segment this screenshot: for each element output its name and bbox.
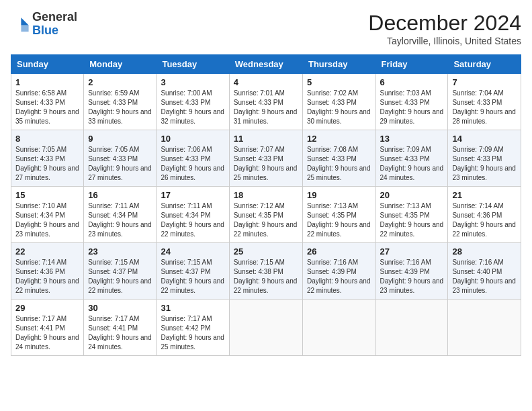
day-number: 29 — [15, 303, 79, 313]
col-monday: Monday — [84, 55, 157, 74]
month-title: December 2024 — [368, 11, 521, 36]
svg-marker-0 — [21, 17, 28, 25]
table-row: 28 Sunrise: 7:16 AM Sunset: 4:40 PM Dayl… — [448, 243, 521, 300]
day-info: Sunrise: 7:14 AM Sunset: 4:36 PM Dayligh… — [15, 258, 79, 295]
table-row: 8 Sunrise: 7:05 AM Sunset: 4:33 PM Dayli… — [11, 130, 84, 187]
day-info: Sunrise: 7:01 AM Sunset: 4:33 PM Dayligh… — [234, 89, 298, 126]
day-number: 14 — [452, 134, 517, 144]
table-row: 24 Sunrise: 7:15 AM Sunset: 4:37 PM Dayl… — [157, 243, 229, 300]
table-row — [448, 300, 521, 356]
day-info: Sunrise: 7:15 AM Sunset: 4:38 PM Dayligh… — [234, 258, 298, 295]
day-info: Sunrise: 7:12 AM Sunset: 4:35 PM Dayligh… — [234, 201, 298, 239]
table-row — [302, 300, 375, 356]
table-row: 13 Sunrise: 7:09 AM Sunset: 4:33 PM Dayl… — [375, 130, 448, 187]
calendar-week-5: 29 Sunrise: 7:17 AM Sunset: 4:41 PM Dayl… — [11, 300, 521, 356]
day-number: 12 — [307, 134, 371, 144]
day-number: 8 — [15, 134, 79, 144]
day-number: 10 — [161, 134, 224, 144]
day-info: Sunrise: 7:14 AM Sunset: 4:36 PM Dayligh… — [452, 201, 517, 239]
day-info: Sunrise: 6:59 AM Sunset: 4:33 PM Dayligh… — [88, 89, 152, 126]
table-row: 11 Sunrise: 7:07 AM Sunset: 4:33 PM Dayl… — [229, 130, 302, 187]
day-number: 16 — [88, 190, 152, 200]
day-number: 19 — [307, 190, 371, 200]
table-row: 1 Sunrise: 6:58 AM Sunset: 4:33 PM Dayli… — [11, 74, 84, 130]
day-number: 25 — [234, 246, 298, 257]
day-info: Sunrise: 7:08 AM Sunset: 4:33 PM Dayligh… — [307, 145, 371, 183]
table-row: 6 Sunrise: 7:03 AM Sunset: 4:33 PM Dayli… — [375, 74, 448, 130]
day-number: 17 — [161, 190, 224, 200]
day-info: Sunrise: 7:17 AM Sunset: 4:41 PM Dayligh… — [88, 314, 152, 352]
logo-icon — [11, 15, 30, 34]
table-row: 5 Sunrise: 7:02 AM Sunset: 4:33 PM Dayli… — [302, 74, 375, 130]
day-number: 3 — [161, 77, 224, 87]
table-row — [375, 300, 448, 356]
table-row: 22 Sunrise: 7:14 AM Sunset: 4:36 PM Dayl… — [11, 243, 84, 300]
calendar-header-row: Sunday Monday Tuesday Wednesday Thursday… — [11, 55, 521, 74]
logo-text: General Blue — [32, 11, 77, 38]
svg-marker-1 — [21, 25, 28, 32]
table-row: 12 Sunrise: 7:08 AM Sunset: 4:33 PM Dayl… — [302, 130, 375, 187]
table-row: 16 Sunrise: 7:11 AM Sunset: 4:34 PM Dayl… — [84, 187, 157, 243]
calendar-week-1: 1 Sunrise: 6:58 AM Sunset: 4:33 PM Dayli… — [11, 74, 521, 130]
table-row: 10 Sunrise: 7:06 AM Sunset: 4:33 PM Dayl… — [157, 130, 229, 187]
table-row: 4 Sunrise: 7:01 AM Sunset: 4:33 PM Dayli… — [229, 74, 302, 130]
day-number: 26 — [307, 246, 371, 257]
day-info: Sunrise: 7:16 AM Sunset: 4:39 PM Dayligh… — [380, 258, 444, 295]
table-row: 9 Sunrise: 7:05 AM Sunset: 4:33 PM Dayli… — [84, 130, 157, 187]
day-number: 21 — [452, 190, 517, 200]
day-info: Sunrise: 7:09 AM Sunset: 4:33 PM Dayligh… — [380, 145, 444, 183]
table-row: 27 Sunrise: 7:16 AM Sunset: 4:39 PM Dayl… — [375, 243, 448, 300]
day-info: Sunrise: 7:11 AM Sunset: 4:34 PM Dayligh… — [161, 201, 224, 239]
day-info: Sunrise: 7:11 AM Sunset: 4:34 PM Dayligh… — [88, 201, 152, 239]
table-row: 14 Sunrise: 7:09 AM Sunset: 4:33 PM Dayl… — [448, 130, 521, 187]
day-number: 23 — [88, 246, 152, 257]
table-row: 18 Sunrise: 7:12 AM Sunset: 4:35 PM Dayl… — [229, 187, 302, 243]
day-info: Sunrise: 7:03 AM Sunset: 4:33 PM Dayligh… — [380, 89, 444, 126]
day-number: 22 — [15, 246, 79, 257]
day-info: Sunrise: 7:07 AM Sunset: 4:33 PM Dayligh… — [234, 145, 298, 183]
table-row: 15 Sunrise: 7:10 AM Sunset: 4:34 PM Dayl… — [11, 187, 84, 243]
table-row: 20 Sunrise: 7:13 AM Sunset: 4:35 PM Dayl… — [375, 187, 448, 243]
day-number: 1 — [15, 77, 79, 87]
table-row: 3 Sunrise: 7:00 AM Sunset: 4:33 PM Dayli… — [157, 74, 229, 130]
location: Taylorville, Illinois, United States — [368, 36, 521, 46]
day-number: 30 — [88, 303, 152, 313]
table-row: 25 Sunrise: 7:15 AM Sunset: 4:38 PM Dayl… — [229, 243, 302, 300]
table-row: 2 Sunrise: 6:59 AM Sunset: 4:33 PM Dayli… — [84, 74, 157, 130]
day-info: Sunrise: 7:05 AM Sunset: 4:33 PM Dayligh… — [88, 145, 152, 183]
table-row: 30 Sunrise: 7:17 AM Sunset: 4:41 PM Dayl… — [84, 300, 157, 356]
title-block: December 2024 Taylorville, Illinois, Uni… — [368, 11, 521, 46]
day-info: Sunrise: 7:02 AM Sunset: 4:33 PM Dayligh… — [307, 89, 371, 126]
day-info: Sunrise: 7:15 AM Sunset: 4:37 PM Dayligh… — [161, 258, 224, 295]
table-row: 26 Sunrise: 7:16 AM Sunset: 4:39 PM Dayl… — [302, 243, 375, 300]
day-info: Sunrise: 7:13 AM Sunset: 4:35 PM Dayligh… — [380, 201, 444, 239]
col-saturday: Saturday — [448, 55, 521, 74]
day-info: Sunrise: 6:58 AM Sunset: 4:33 PM Dayligh… — [15, 89, 79, 126]
day-info: Sunrise: 7:10 AM Sunset: 4:34 PM Dayligh… — [15, 201, 79, 239]
day-number: 15 — [15, 190, 79, 200]
table-row: 21 Sunrise: 7:14 AM Sunset: 4:36 PM Dayl… — [448, 187, 521, 243]
calendar-table: Sunday Monday Tuesday Wednesday Thursday… — [11, 54, 521, 356]
table-row: 29 Sunrise: 7:17 AM Sunset: 4:41 PM Dayl… — [11, 300, 84, 356]
day-number: 31 — [161, 303, 224, 313]
col-friday: Friday — [375, 55, 448, 74]
col-sunday: Sunday — [11, 55, 84, 74]
day-info: Sunrise: 7:09 AM Sunset: 4:33 PM Dayligh… — [452, 145, 517, 183]
day-number: 28 — [452, 246, 517, 257]
day-number: 2 — [88, 77, 152, 87]
table-row: 23 Sunrise: 7:15 AM Sunset: 4:37 PM Dayl… — [84, 243, 157, 300]
logo: General Blue — [11, 11, 77, 38]
day-info: Sunrise: 7:15 AM Sunset: 4:37 PM Dayligh… — [88, 258, 152, 295]
day-number: 6 — [380, 77, 444, 87]
col-tuesday: Tuesday — [157, 55, 229, 74]
day-number: 24 — [161, 246, 224, 257]
day-info: Sunrise: 7:13 AM Sunset: 4:35 PM Dayligh… — [307, 201, 371, 239]
day-number: 9 — [88, 134, 152, 144]
table-row: 31 Sunrise: 7:17 AM Sunset: 4:42 PM Dayl… — [157, 300, 229, 356]
calendar-week-4: 22 Sunrise: 7:14 AM Sunset: 4:36 PM Dayl… — [11, 243, 521, 300]
calendar-week-2: 8 Sunrise: 7:05 AM Sunset: 4:33 PM Dayli… — [11, 130, 521, 187]
col-wednesday: Wednesday — [229, 55, 302, 74]
day-number: 13 — [380, 134, 444, 144]
day-number: 18 — [234, 190, 298, 200]
day-info: Sunrise: 7:17 AM Sunset: 4:42 PM Dayligh… — [161, 314, 224, 352]
